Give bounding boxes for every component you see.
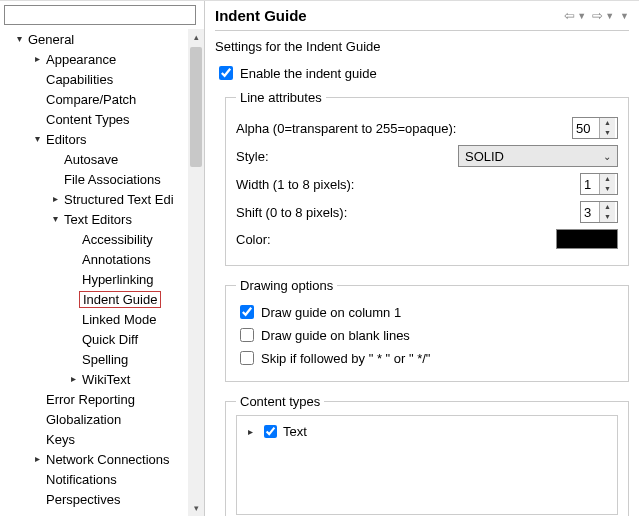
content-types-list: ▸ Text [236, 415, 618, 515]
width-spinner[interactable]: ▲▼ [580, 173, 618, 195]
tree-label: Structured Text Edi [62, 192, 176, 207]
enable-label: Enable the indent guide [240, 66, 377, 81]
tree-node-contenttypes[interactable]: Content Types [0, 109, 204, 129]
chevron-right-icon: ▸ [30, 54, 44, 64]
tree-node-accessibility[interactable]: Accessibility [0, 229, 204, 249]
tree-node-structured[interactable]: ▸ Structured Text Edi [0, 189, 204, 209]
tree-label: File Associations [62, 172, 163, 187]
scroll-up-icon[interactable]: ▴ [188, 29, 204, 45]
tree-label: Spelling [80, 352, 130, 367]
tree-node-perspectives[interactable]: Perspectives [0, 489, 204, 509]
tree-label: Linked Mode [80, 312, 158, 327]
shift-input[interactable] [581, 205, 599, 220]
dropdown-arrow-icon: ▼ [620, 11, 629, 21]
tree-node-globalization[interactable]: Globalization [0, 409, 204, 429]
filter-input[interactable] [4, 5, 196, 25]
skip-row[interactable]: Skip if followed by " * " or " */" [236, 348, 618, 368]
spinner-down-icon[interactable]: ▼ [600, 184, 615, 194]
forward-button[interactable]: ⇨▼ [592, 8, 614, 23]
enable-checkbox-row[interactable]: Enable the indent guide [215, 63, 629, 83]
tree-label: Compare/Patch [44, 92, 138, 107]
tree-node-texteditors[interactable]: ▾ Text Editors [0, 209, 204, 229]
tree-node-linkedmode[interactable]: Linked Mode [0, 309, 204, 329]
chevron-down-icon: ▾ [12, 34, 26, 44]
draw-col1-checkbox[interactable] [240, 305, 254, 319]
tree-label: Indent Guide [79, 291, 161, 308]
chevron-right-icon: ▸ [48, 194, 62, 204]
content-types-legend: Content types [236, 394, 324, 409]
tree-label: Network Connections [44, 452, 172, 467]
tree-node-fileassoc[interactable]: File Associations [0, 169, 204, 189]
content-type-label: Text [283, 424, 307, 439]
tree-node-annotations[interactable]: Annotations [0, 249, 204, 269]
dropdown-arrow-icon: ▼ [577, 11, 586, 21]
content-type-checkbox[interactable] [264, 425, 277, 438]
tree-node-editors[interactable]: ▾ Editors [0, 129, 204, 149]
page-title: Indent Guide [215, 7, 307, 24]
tree-label: WikiText [80, 372, 132, 387]
menu-button[interactable]: ▼ [620, 8, 629, 23]
alpha-spinner[interactable]: ▲▼ [572, 117, 618, 139]
dropdown-arrow-icon: ▼ [605, 11, 614, 21]
back-button[interactable]: ⇦▼ [564, 8, 586, 23]
spinner-up-icon[interactable]: ▲ [600, 174, 615, 184]
tree-label: Autosave [62, 152, 120, 167]
draw-blank-checkbox[interactable] [240, 328, 254, 342]
tree-label: Notifications [44, 472, 119, 487]
tree-node-errorreporting[interactable]: Error Reporting [0, 389, 204, 409]
style-label: Style: [236, 149, 458, 164]
tree-label: Quick Diff [80, 332, 140, 347]
style-select[interactable]: SOLID ⌄ [458, 145, 618, 167]
tree-label: Editors [44, 132, 88, 147]
chevron-down-icon: ▾ [48, 214, 62, 224]
scroll-down-icon[interactable]: ▾ [188, 500, 204, 516]
draw-blank-label: Draw guide on blank lines [261, 328, 410, 343]
scrollbar-vertical[interactable]: ▴ ▾ [188, 29, 204, 516]
tree-label: Annotations [80, 252, 153, 267]
tree-node-keys[interactable]: Keys [0, 429, 204, 449]
shift-spinner[interactable]: ▲▼ [580, 201, 618, 223]
content-type-item[interactable]: ▸ Text [243, 422, 611, 441]
tree-label: Appearance [44, 52, 118, 67]
tree-node-notifications[interactable]: Notifications [0, 469, 204, 489]
spinner-down-icon[interactable]: ▼ [600, 128, 615, 138]
tree-node-quickdiff[interactable]: Quick Diff [0, 329, 204, 349]
chevron-right-icon: ▸ [30, 454, 44, 464]
spinner-down-icon[interactable]: ▼ [600, 212, 615, 222]
spinner-up-icon[interactable]: ▲ [600, 118, 615, 128]
arrow-right-icon: ⇨ [592, 8, 603, 23]
tree-label: Text Editors [62, 212, 134, 227]
tree-node-autosave[interactable]: Autosave [0, 149, 204, 169]
color-swatch[interactable] [556, 229, 618, 249]
tree-node-compare[interactable]: Compare/Patch [0, 89, 204, 109]
color-label: Color: [236, 232, 556, 247]
alpha-input[interactable] [573, 121, 599, 136]
page-description: Settings for the Indent Guide [215, 39, 629, 54]
tree-label: Perspectives [44, 492, 122, 507]
chevron-down-icon: ⌄ [603, 151, 611, 162]
line-attributes-group: Line attributes Alpha (0=transparent to … [225, 90, 629, 266]
chevron-right-icon: ▸ [243, 427, 257, 437]
style-value: SOLID [465, 149, 504, 164]
tree-node-network[interactable]: ▸ Network Connections [0, 449, 204, 469]
tree-node-hyperlinking[interactable]: Hyperlinking [0, 269, 204, 289]
draw-col1-row[interactable]: Draw guide on column 1 [236, 302, 618, 322]
tree-node-general[interactable]: ▾ General [0, 29, 204, 49]
shift-label: Shift (0 to 8 pixels): [236, 205, 580, 220]
tree-label: Error Reporting [44, 392, 137, 407]
draw-blank-row[interactable]: Draw guide on blank lines [236, 325, 618, 345]
tree-label: Content Types [44, 112, 132, 127]
tree-node-capabilities[interactable]: Capabilities [0, 69, 204, 89]
tree-node-spelling[interactable]: Spelling [0, 349, 204, 369]
scroll-thumb[interactable] [190, 47, 202, 167]
tree-node-wikitext[interactable]: ▸ WikiText [0, 369, 204, 389]
enable-checkbox[interactable] [219, 66, 233, 80]
skip-checkbox[interactable] [240, 351, 254, 365]
tree-node-appearance[interactable]: ▸ Appearance [0, 49, 204, 69]
chevron-down-icon: ▾ [30, 134, 44, 144]
tree-label: Accessibility [80, 232, 155, 247]
spinner-up-icon[interactable]: ▲ [600, 202, 615, 212]
width-label: Width (1 to 8 pixels): [236, 177, 580, 192]
width-input[interactable] [581, 177, 599, 192]
tree-node-indentguide[interactable]: Indent Guide [0, 289, 204, 309]
